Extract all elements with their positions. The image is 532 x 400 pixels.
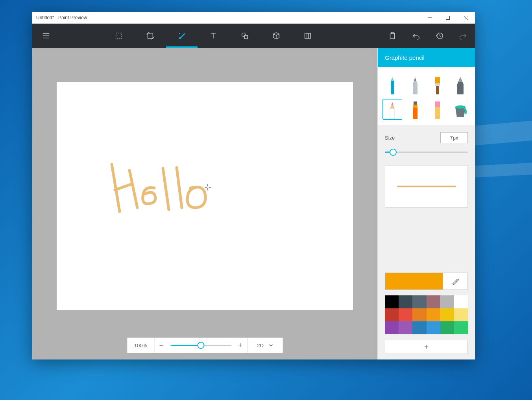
svg-rect-7 <box>116 33 122 39</box>
color-swatch[interactable] <box>399 295 412 308</box>
app-window: Untitled* - Paint Preview <box>32 12 475 359</box>
color-swatch[interactable] <box>454 321 468 334</box>
brush-size-block: Size 7px <box>378 125 475 165</box>
pen-brush[interactable] <box>406 76 425 94</box>
svg-marker-22 <box>391 77 394 81</box>
spray-brush[interactable] <box>406 100 425 119</box>
canvas-area: 100% − + 2D <box>32 48 377 359</box>
stroke-preview <box>385 165 468 208</box>
history-button[interactable] <box>428 24 451 48</box>
svg-marker-24 <box>414 77 416 81</box>
view-mode-label: 2D <box>257 343 264 348</box>
chevron-down-icon <box>269 343 273 347</box>
fill-bucket-brush[interactable] <box>451 100 470 119</box>
color-swatch[interactable] <box>385 308 399 321</box>
svg-rect-33 <box>414 101 417 105</box>
color-swatch[interactable] <box>427 308 440 321</box>
eyedropper-button[interactable] <box>443 273 468 290</box>
drawing-canvas[interactable] <box>57 82 353 310</box>
color-block: + <box>378 273 475 359</box>
svg-marker-31 <box>392 102 393 105</box>
redo-icon <box>459 31 467 40</box>
size-label: Size <box>385 135 395 141</box>
eraser-brush[interactable] <box>428 100 447 119</box>
color-swatch[interactable] <box>427 295 440 308</box>
color-swatch[interactable] <box>454 295 468 308</box>
color-swatch[interactable] <box>385 321 399 334</box>
window-title: Untitled* - Paint Preview <box>36 15 87 20</box>
side-panel: Graphite pencil <box>377 48 475 359</box>
svg-rect-37 <box>435 107 440 119</box>
maximize-button[interactable] <box>439 12 457 24</box>
calligraphy-brush[interactable] <box>451 76 470 94</box>
zoom-slider-thumb[interactable] <box>198 342 205 349</box>
menu-icon <box>42 31 50 40</box>
svg-rect-34 <box>413 105 417 108</box>
stickers-tool[interactable] <box>292 24 323 48</box>
text-tool[interactable] <box>198 24 229 48</box>
minimize-button[interactable] <box>421 12 439 24</box>
current-color-swatch[interactable] <box>385 273 443 290</box>
select-icon <box>115 31 123 40</box>
color-swatch[interactable] <box>385 295 399 308</box>
brush-picker <box>378 67 475 125</box>
paste-button[interactable] <box>381 24 404 48</box>
crop-resize-icon <box>146 31 155 40</box>
color-swatch[interactable] <box>440 321 454 334</box>
redo-button[interactable] <box>451 24 475 48</box>
eyedropper-icon <box>451 277 459 285</box>
select-tool[interactable] <box>103 24 135 48</box>
color-swatch[interactable] <box>399 321 412 334</box>
marker-brush[interactable] <box>383 76 402 94</box>
size-input[interactable]: 7px <box>440 132 468 143</box>
size-slider[interactable] <box>385 149 468 156</box>
graphite-pencil-brush[interactable] <box>383 100 402 119</box>
color-swatch[interactable] <box>440 308 454 321</box>
size-slider-thumb[interactable] <box>390 149 397 156</box>
close-button[interactable] <box>457 12 475 24</box>
color-swatch[interactable] <box>412 295 426 308</box>
svg-rect-1 <box>446 16 450 20</box>
ribbon-toolbar <box>32 24 475 48</box>
color-swatch[interactable] <box>412 308 426 321</box>
zoom-in-button[interactable]: + <box>234 338 247 353</box>
svg-marker-29 <box>459 77 462 82</box>
svg-rect-12 <box>305 33 308 39</box>
zoom-slider[interactable] <box>168 338 234 353</box>
color-palette <box>385 295 468 334</box>
svg-point-10 <box>242 33 246 37</box>
view-mode-dropdown[interactable]: 2D <box>247 338 283 353</box>
svg-rect-8 <box>148 33 153 39</box>
menu-button[interactable] <box>32 24 60 48</box>
svg-rect-25 <box>435 77 440 83</box>
undo-icon <box>412 31 420 40</box>
text-icon <box>209 31 218 40</box>
svg-rect-32 <box>390 109 395 119</box>
brush-tool[interactable] <box>166 24 198 48</box>
panel-title: Graphite pencil <box>385 54 425 61</box>
crop-resize-tool[interactable] <box>135 24 166 48</box>
canvas-drawn-content <box>108 160 218 223</box>
preview-stroke-line <box>397 186 456 187</box>
svg-rect-21 <box>391 81 394 94</box>
paste-icon <box>388 31 397 40</box>
svg-point-9 <box>179 33 180 34</box>
color-swatch[interactable] <box>427 321 440 334</box>
color-swatch[interactable] <box>412 321 426 334</box>
zoom-percent-label[interactable]: 100% <box>127 338 155 353</box>
shapes-tool[interactable] <box>229 24 260 48</box>
zoom-out-button[interactable]: − <box>155 338 168 353</box>
titlebar[interactable]: Untitled* - Paint Preview <box>32 12 475 24</box>
svg-rect-13 <box>307 33 310 39</box>
color-swatch[interactable] <box>440 295 454 308</box>
shapes-icon <box>240 31 249 40</box>
cursor-crosshair-icon <box>205 184 211 190</box>
3d-objects-tool[interactable] <box>260 24 292 48</box>
paintbrush-brush[interactable] <box>428 76 447 94</box>
color-swatch[interactable] <box>399 308 412 321</box>
undo-button[interactable] <box>404 24 428 48</box>
brush-icon <box>177 31 186 40</box>
add-color-button[interactable]: + <box>385 340 468 354</box>
svg-rect-26 <box>435 83 440 86</box>
color-swatch[interactable] <box>454 308 468 321</box>
